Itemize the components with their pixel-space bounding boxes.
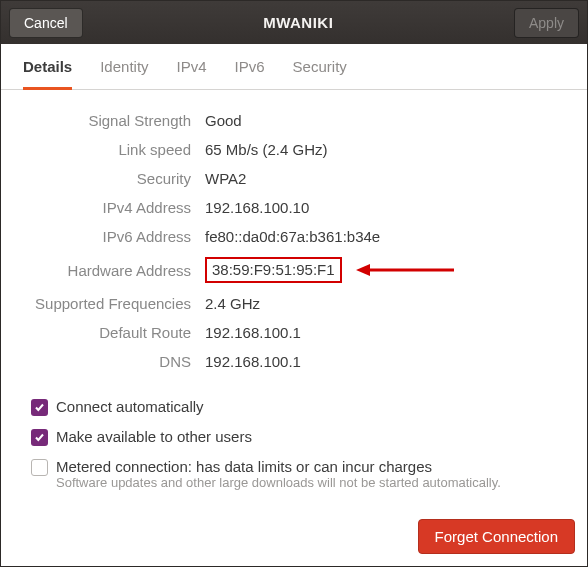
row-signal: Signal Strength Good: [31, 112, 557, 129]
options-section: Connect automatically Make available to …: [1, 388, 587, 492]
label-frequencies: Supported Frequencies: [31, 295, 191, 312]
footer: Forget Connection: [418, 519, 575, 554]
label-link-speed: Link speed: [31, 141, 191, 158]
checkbox-label: Metered connection: has data limits or c…: [56, 458, 501, 492]
checkbox-metered[interactable]: Metered connection: has data limits or c…: [31, 458, 557, 492]
row-security: Security WPA2: [31, 170, 557, 187]
label-ipv4: IPv4 Address: [31, 199, 191, 216]
tab-identity[interactable]: Identity: [100, 58, 148, 89]
value-default-route: 192.168.100.1: [205, 324, 301, 341]
row-link-speed: Link speed 65 Mb/s (2.4 GHz): [31, 141, 557, 158]
checkmark-icon: [31, 399, 48, 416]
value-link-speed: 65 Mb/s (2.4 GHz): [205, 141, 328, 158]
label-hardware-address: Hardware Address: [31, 262, 191, 279]
row-default-route: Default Route 192.168.100.1: [31, 324, 557, 341]
metered-title: Metered connection: has data limits or c…: [56, 458, 432, 475]
row-ipv4: IPv4 Address 192.168.100.10: [31, 199, 557, 216]
tab-details[interactable]: Details: [23, 58, 72, 90]
metered-subtitle: Software updates and other large downloa…: [56, 475, 501, 492]
annotation-arrow-icon: [356, 262, 456, 278]
value-security: WPA2: [205, 170, 246, 187]
value-ipv6: fe80::da0d:67a:b361:b34e: [205, 228, 380, 245]
row-frequencies: Supported Frequencies 2.4 GHz: [31, 295, 557, 312]
checkmark-icon: [31, 429, 48, 446]
label-signal: Signal Strength: [31, 112, 191, 129]
label-default-route: Default Route: [31, 324, 191, 341]
label-dns: DNS: [31, 353, 191, 370]
cancel-button[interactable]: Cancel: [9, 8, 83, 38]
checkbox-label: Connect automatically: [56, 398, 204, 415]
wifi-settings-dialog: Cancel MWANIKI Apply Details Identity IP…: [0, 0, 588, 567]
tab-ipv4[interactable]: IPv4: [177, 58, 207, 89]
checkbox-empty-icon: [31, 459, 48, 476]
checkbox-connect-automatically[interactable]: Connect automatically: [31, 398, 557, 416]
value-frequencies: 2.4 GHz: [205, 295, 260, 312]
row-hardware-address: Hardware Address 38:59:F9:51:95:F1: [31, 257, 557, 283]
tab-security[interactable]: Security: [293, 58, 347, 89]
row-dns: DNS 192.168.100.1: [31, 353, 557, 370]
value-dns: 192.168.100.1: [205, 353, 301, 370]
checkbox-available-to-others[interactable]: Make available to other users: [31, 428, 557, 446]
apply-button[interactable]: Apply: [514, 8, 579, 38]
value-ipv4: 192.168.100.10: [205, 199, 309, 216]
row-ipv6: IPv6 Address fe80::da0d:67a:b361:b34e: [31, 228, 557, 245]
label-ipv6: IPv6 Address: [31, 228, 191, 245]
tab-bar: Details Identity IPv4 IPv6 Security: [1, 44, 587, 90]
tab-ipv6[interactable]: IPv6: [235, 58, 265, 89]
details-panel: Signal Strength Good Link speed 65 Mb/s …: [1, 90, 587, 388]
checkbox-label: Make available to other users: [56, 428, 252, 445]
svg-marker-1: [356, 264, 370, 276]
titlebar: Cancel MWANIKI Apply: [1, 1, 587, 44]
value-signal: Good: [205, 112, 242, 129]
value-hardware-address: 38:59:F9:51:95:F1: [205, 257, 342, 283]
label-security: Security: [31, 170, 191, 187]
window-title: MWANIKI: [83, 14, 514, 31]
forget-connection-button[interactable]: Forget Connection: [418, 519, 575, 554]
